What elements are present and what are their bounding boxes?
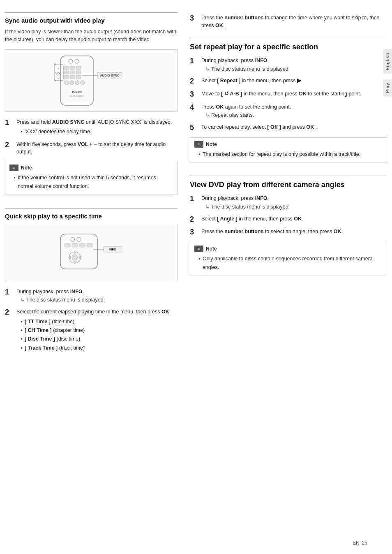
svg-point-26 — [71, 237, 75, 241]
left-column: Sync audio output with video play If the… — [5, 12, 178, 542]
bold-ok-r4: OK — [216, 104, 224, 110]
svg-text:PHILIPS: PHILIPS — [72, 91, 81, 93]
side-tab: English Play — [383, 49, 392, 96]
svg-text:sound solutions: sound solutions — [70, 95, 84, 97]
bullet-list-sync-1: •'XXX' denotes the delay time. — [21, 127, 178, 136]
step-sync-2: 2 Within five seconds, press VOL + − to … — [5, 141, 178, 156]
note-icon-sync: ≡ — [9, 165, 18, 171]
step-angle-2: 2 Select [ Angle ] in the menu, then pre… — [190, 215, 387, 224]
bold-ok-a2: OK — [294, 216, 302, 222]
step-repeat-1: 1 During playback, press INFO. The disc … — [190, 57, 387, 73]
note-bullets-angles: •Only applicable to discs contain sequen… — [198, 255, 383, 272]
bullet-text-ch: [ CH Time ] (chapter time) — [25, 326, 85, 335]
step-content-sync-2: Within five seconds, press VOL + − to se… — [16, 141, 178, 156]
note-text-angles: •Only applicable to discs contain sequen… — [194, 255, 383, 272]
page-number: 25 — [362, 540, 367, 546]
step-content-r3: Move to [ ↺ A-B ] in the menu, then pres… — [201, 90, 387, 98]
bullet-item-disc: •[ Disc Time ] (disc time) — [21, 335, 178, 343]
step-repeat-5: 5 To cancel repeat play, select [ Off ] … — [190, 123, 387, 132]
note-bullet-item: •If the volume control is not used withi… — [14, 174, 173, 191]
bold-info-r1: INFO — [255, 58, 267, 63]
step-num-a3: 3 — [190, 228, 198, 237]
bullet-dot: • — [198, 255, 201, 263]
note-icon-repeat: ≡ — [194, 141, 203, 148]
sub-r1: The disc status menu is displayed. — [205, 65, 387, 73]
note-bullet-text: If the volume control is not used within… — [18, 174, 173, 191]
intro-paragraph-sync: If the video play is slower than the aud… — [5, 28, 178, 44]
note-box-sync: ≡ Note •If the volume control is not use… — [5, 161, 178, 195]
remote-svg-audiosync: + VOL − — [48, 54, 134, 107]
step-angle-3: 3 Press the number buttons to select an … — [190, 228, 387, 237]
step-num-r2: 2 — [190, 77, 198, 86]
step-num-sync-1: 1 — [5, 118, 13, 127]
note-bullet-repeat: •The marked section for repeat play is o… — [198, 150, 383, 159]
step-angle-1: 1 During playback, press INFO. The disc … — [190, 195, 387, 211]
step-num-qs-2: 2 — [5, 308, 13, 317]
sub-a1: The disc status menu is displayed. — [205, 203, 387, 211]
en-label: EN — [353, 540, 360, 546]
svg-rect-28 — [65, 243, 70, 247]
bullet-text: 'XXX' denotes the delay time. — [25, 127, 92, 136]
svg-text:VOL: VOL — [55, 72, 61, 75]
bullet-item-tt: •[ TT Time ] (title time) — [21, 318, 178, 326]
bullet-text-disc: [ Disc Time ] (disc time) — [25, 335, 80, 343]
bold-number-buttons-a3: number buttons — [224, 229, 263, 234]
step-quickskip-1: 1 During playback, press INFO. The disc … — [5, 288, 178, 304]
bullet-item: •'XXX' denotes the delay time. — [21, 127, 178, 136]
svg-rect-31 — [87, 243, 92, 247]
svg-point-17 — [70, 81, 74, 85]
note-icon-angles: ≡ — [194, 246, 203, 252]
svg-rect-14 — [70, 75, 75, 79]
svg-point-6 — [75, 59, 79, 63]
section-divider-repeat — [190, 38, 387, 38]
bullet-dot: • — [21, 335, 23, 343]
page-footer: EN 25 — [353, 540, 367, 546]
step-quickskip-2: 2 Select the current elapsed playing tim… — [5, 308, 178, 352]
bullet-item-track: •[ Track Time ] (track time) — [21, 344, 178, 352]
section-divider-2 — [5, 208, 178, 209]
bullet-item-ch: •[ CH Time ] (chapter time) — [21, 326, 178, 335]
bold-info-a1: INFO — [255, 195, 267, 201]
bold-info-qs: INFO — [70, 289, 83, 294]
step-num-a2: 2 — [190, 215, 198, 224]
bold-audiosync: AUDIO SYNC — [52, 119, 84, 125]
svg-marker-36 — [68, 256, 71, 259]
step-num-sync-2: 2 — [5, 141, 13, 150]
sub-r4: Repeat play starts. — [205, 111, 387, 119]
svg-point-5 — [69, 59, 73, 63]
step-content-r2: Select [ Repeat ] in the menu, then pres… — [201, 77, 387, 85]
bold-ok-a3: OK — [334, 229, 341, 234]
svg-text:+: + — [58, 67, 60, 70]
bold-ok-top: OK — [215, 23, 223, 28]
bold-vol: VOL + − — [78, 141, 97, 147]
svg-rect-7 — [64, 66, 69, 70]
svg-text:AUDIO SYNC: AUDIO SYNC — [100, 74, 120, 77]
bullet-dot: • — [21, 344, 23, 352]
bullet-text-track: [ Track Time ] (track time) — [25, 344, 85, 352]
svg-rect-12 — [76, 71, 81, 74]
step-num-3-top: 3 — [190, 14, 198, 23]
note-bullets-repeat: •The marked section for repeat play is o… — [198, 150, 383, 159]
svg-rect-11 — [70, 71, 75, 74]
step-3-top: 3 Press the number buttons to change the… — [190, 14, 387, 30]
bullet-dot: • — [14, 174, 16, 182]
note-header-angles: ≡ Note — [194, 246, 383, 252]
section-title-sync: Sync audio output with video play — [5, 17, 178, 24]
svg-rect-10 — [64, 71, 69, 74]
step-repeat-2: 2 Select [ Repeat ] in the menu, then pr… — [190, 77, 387, 86]
note-header-sync: ≡ Note — [9, 165, 173, 171]
step-sync-1: 1 Press and hold AUDIO SYNC until 'AUDIO… — [5, 118, 178, 137]
bullet-text-tt: [ TT Time ] (title time) — [25, 318, 74, 326]
svg-text:−: − — [58, 77, 60, 80]
note-header-repeat: ≡ Note — [194, 141, 383, 148]
bold-ok-qs: OK — [161, 309, 169, 315]
step-content-a1: During playback, press INFO. The disc st… — [201, 195, 387, 211]
svg-rect-29 — [72, 243, 78, 247]
bold-ok-r5: OK — [306, 124, 314, 130]
svg-point-27 — [77, 237, 81, 241]
sub-text-qs-1: The disc status menu is displayed. — [21, 296, 178, 304]
step-num-r1: 1 — [190, 57, 198, 66]
section-divider-1 — [5, 12, 178, 13]
svg-point-18 — [75, 81, 79, 85]
step-content-r5: To cancel repeat play, select [ Off ] an… — [201, 123, 387, 131]
